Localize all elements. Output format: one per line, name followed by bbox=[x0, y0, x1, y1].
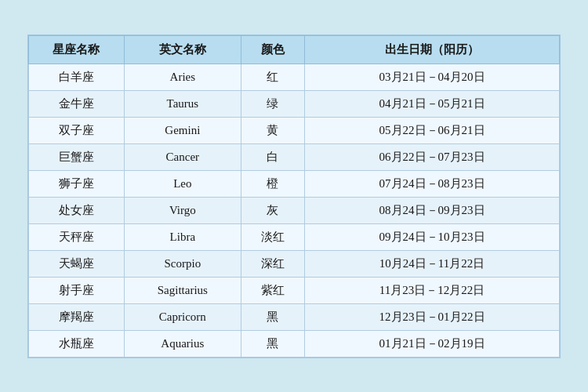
table-row: 摩羯座Capricorn黑12月23日－01月22日 bbox=[29, 303, 560, 330]
cell-english: Virgo bbox=[124, 197, 241, 223]
table-row: 巨蟹座Cancer白06月22日－07月23日 bbox=[29, 143, 560, 170]
header-chinese: 星座名称 bbox=[29, 35, 125, 64]
table-row: 天蝎座Scorpio深红10月24日－11月22日 bbox=[29, 250, 560, 277]
cell-chinese: 巨蟹座 bbox=[29, 143, 125, 170]
header-english: 英文名称 bbox=[124, 35, 241, 64]
cell-color: 灰 bbox=[241, 197, 304, 223]
cell-date: 03月21日－04月20日 bbox=[305, 64, 560, 90]
cell-english: Gemini bbox=[124, 117, 241, 143]
table-row: 狮子座Leo橙07月24日－08月23日 bbox=[29, 170, 560, 197]
cell-english: Aquarius bbox=[124, 330, 241, 357]
cell-color: 红 bbox=[241, 64, 304, 90]
table-row: 天秤座Libra淡红09月24日－10月23日 bbox=[29, 223, 560, 250]
cell-color: 黑 bbox=[241, 303, 304, 330]
cell-date: 04月21日－05月21日 bbox=[305, 90, 560, 117]
cell-date: 01月21日－02月19日 bbox=[305, 330, 560, 357]
cell-color: 橙 bbox=[241, 170, 304, 197]
cell-english: Aries bbox=[124, 64, 241, 90]
cell-chinese: 摩羯座 bbox=[29, 303, 125, 330]
cell-date: 12月23日－01月22日 bbox=[305, 303, 560, 330]
cell-date: 07月24日－08月23日 bbox=[305, 170, 560, 197]
cell-chinese: 狮子座 bbox=[29, 170, 125, 197]
cell-color: 黄 bbox=[241, 117, 304, 143]
cell-date: 08月24日－09月23日 bbox=[305, 197, 560, 223]
table-row: 双子座Gemini黄05月22日－06月21日 bbox=[29, 117, 560, 143]
cell-date: 09月24日－10月23日 bbox=[305, 223, 560, 250]
cell-color: 黑 bbox=[241, 330, 304, 357]
table-header-row: 星座名称 英文名称 颜色 出生日期（阳历） bbox=[29, 35, 560, 64]
cell-date: 06月22日－07月23日 bbox=[305, 143, 560, 170]
cell-color: 紫红 bbox=[241, 277, 304, 303]
cell-color: 绿 bbox=[241, 90, 304, 117]
cell-chinese: 天蝎座 bbox=[29, 250, 125, 277]
cell-chinese: 水瓶座 bbox=[29, 330, 125, 357]
zodiac-table-container: 星座名称 英文名称 颜色 出生日期（阳历） 白羊座Aries红03月21日－04… bbox=[27, 34, 561, 358]
cell-english: Capricorn bbox=[124, 303, 241, 330]
cell-chinese: 射手座 bbox=[29, 277, 125, 303]
cell-chinese: 天秤座 bbox=[29, 223, 125, 250]
cell-english: Cancer bbox=[124, 143, 241, 170]
cell-chinese: 白羊座 bbox=[29, 64, 125, 90]
cell-date: 05月22日－06月21日 bbox=[305, 117, 560, 143]
table-row: 白羊座Aries红03月21日－04月20日 bbox=[29, 64, 560, 90]
cell-english: Sagittarius bbox=[124, 277, 241, 303]
zodiac-table: 星座名称 英文名称 颜色 出生日期（阳历） 白羊座Aries红03月21日－04… bbox=[28, 35, 560, 358]
table-row: 金牛座Taurus绿04月21日－05月21日 bbox=[29, 90, 560, 117]
cell-chinese: 金牛座 bbox=[29, 90, 125, 117]
table-row: 射手座Sagittarius紫红11月23日－12月22日 bbox=[29, 277, 560, 303]
cell-date: 10月24日－11月22日 bbox=[305, 250, 560, 277]
header-color: 颜色 bbox=[241, 35, 304, 64]
header-date: 出生日期（阳历） bbox=[305, 35, 560, 64]
cell-english: Leo bbox=[124, 170, 241, 197]
cell-chinese: 处女座 bbox=[29, 197, 125, 223]
cell-color: 白 bbox=[241, 143, 304, 170]
cell-english: Taurus bbox=[124, 90, 241, 117]
cell-date: 11月23日－12月22日 bbox=[305, 277, 560, 303]
table-row: 处女座Virgo灰08月24日－09月23日 bbox=[29, 197, 560, 223]
table-row: 水瓶座Aquarius黑01月21日－02月19日 bbox=[29, 330, 560, 357]
cell-english: Libra bbox=[124, 223, 241, 250]
cell-color: 淡红 bbox=[241, 223, 304, 250]
cell-english: Scorpio bbox=[124, 250, 241, 277]
cell-chinese: 双子座 bbox=[29, 117, 125, 143]
cell-color: 深红 bbox=[241, 250, 304, 277]
